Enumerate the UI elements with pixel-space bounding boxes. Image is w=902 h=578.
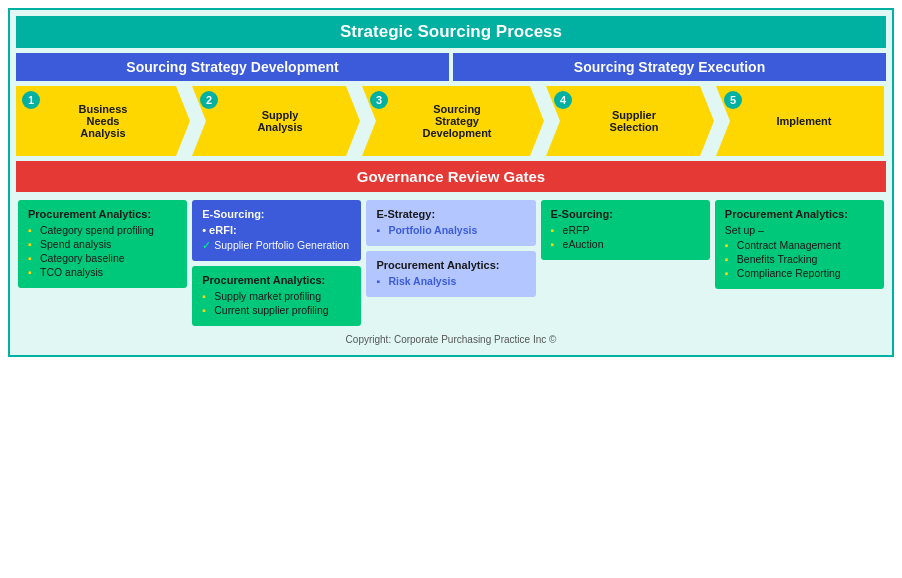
- step-3-label: SourcingStrategyDevelopment: [422, 103, 491, 139]
- step-4-label: SupplierSelection: [610, 109, 659, 133]
- card-2-bottom-title: Procurement Analytics:: [202, 274, 351, 286]
- card-3-bottom-list: Risk Analysis: [376, 275, 525, 287]
- card-5-list: Contract Management Benefits Tracking Co…: [725, 239, 874, 279]
- strategy-dev-label: Sourcing Strategy Development: [16, 53, 449, 81]
- steps-row: 1 BusinessNeedsAnalysis 2 SupplyAnalysis…: [16, 86, 886, 156]
- card-1-list: Category spend profiling Spend analysis …: [28, 224, 177, 278]
- card-5-title: Procurement Analytics:: [725, 208, 874, 220]
- list-item: Compliance Reporting: [725, 267, 874, 279]
- card-estrategy: E-Strategy: Portfolio Analysis: [366, 200, 535, 246]
- strategy-exec-label: Sourcing Strategy Execution: [453, 53, 886, 81]
- list-item: Category spend profiling: [28, 224, 177, 236]
- list-item: Current supplier profiling: [202, 304, 351, 316]
- card-3-top-title: E-Strategy:: [376, 208, 525, 220]
- col-2: E-Sourcing: • eRFI: Supplier Portfolio G…: [192, 200, 361, 326]
- step-3: 3 SourcingStrategyDevelopment: [362, 86, 544, 156]
- list-item: Contract Management: [725, 239, 874, 251]
- governance-bar: Governance Review Gates: [16, 161, 886, 192]
- card-2-list: Supplier Portfolio Generation: [202, 239, 351, 251]
- col-4: E-Sourcing: eRFP eAuction: [541, 200, 710, 260]
- list-item: Benefits Tracking: [725, 253, 874, 265]
- card-procurement-analytics-5: Procurement Analytics: Set up – Contract…: [715, 200, 884, 289]
- list-item: Risk Analysis: [376, 275, 525, 287]
- list-item: Supplier Portfolio Generation: [202, 239, 351, 251]
- card-5-subtitle: Set up –: [725, 224, 874, 236]
- step-4-number: 4: [554, 91, 572, 109]
- list-item: Portfolio Analysis: [376, 224, 525, 236]
- step-4: 4 SupplierSelection: [546, 86, 714, 156]
- outer-container: Strategic Sourcing Process Sourcing Stra…: [0, 0, 902, 365]
- step-2: 2 SupplyAnalysis: [192, 86, 360, 156]
- col-1: Procurement Analytics: Category spend pr…: [18, 200, 187, 288]
- card-procurement-analytics-3: Procurement Analytics: Risk Analysis: [366, 251, 535, 297]
- card-esourcing-erfi: E-Sourcing: • eRFI: Supplier Portfolio G…: [192, 200, 361, 261]
- card-procurement-analytics-2: Procurement Analytics: Supply market pro…: [192, 266, 361, 326]
- main-title: Strategic Sourcing Process: [16, 16, 886, 48]
- content-row: Procurement Analytics: Category spend pr…: [16, 200, 886, 326]
- strategy-row: Sourcing Strategy Development Sourcing S…: [16, 53, 886, 81]
- card-1-title: Procurement Analytics:: [28, 208, 177, 220]
- step-5: 5 Implement: [716, 86, 884, 156]
- list-item: Spend analysis: [28, 238, 177, 250]
- card-2-subtitle: • eRFI:: [202, 224, 351, 236]
- main-box: Strategic Sourcing Process Sourcing Stra…: [8, 8, 894, 357]
- list-item: eAuction: [551, 238, 700, 250]
- step-2-label: SupplyAnalysis: [257, 109, 302, 133]
- copyright: Copyright: Corporate Purchasing Practice…: [16, 334, 886, 349]
- list-item: eRFP: [551, 224, 700, 236]
- step-1-number: 1: [22, 91, 40, 109]
- step-5-label: Implement: [776, 115, 831, 127]
- card-esourcing-4: E-Sourcing: eRFP eAuction: [541, 200, 710, 260]
- card-3-top-list: Portfolio Analysis: [376, 224, 525, 236]
- step-5-number: 5: [724, 91, 742, 109]
- list-item: Category baseline: [28, 252, 177, 264]
- card-4-title: E-Sourcing:: [551, 208, 700, 220]
- card-3-bottom-title: Procurement Analytics:: [376, 259, 525, 271]
- list-item: TCO analysis: [28, 266, 177, 278]
- card-procurement-analytics-1: Procurement Analytics: Category spend pr…: [18, 200, 187, 288]
- card-4-list: eRFP eAuction: [551, 224, 700, 250]
- step-1: 1 BusinessNeedsAnalysis: [16, 86, 190, 156]
- step-1-label: BusinessNeedsAnalysis: [79, 103, 128, 139]
- list-item: Supply market profiling: [202, 290, 351, 302]
- card-2-bottom-list: Supply market profiling Current supplier…: [202, 290, 351, 316]
- step-3-number: 3: [370, 91, 388, 109]
- step-2-number: 2: [200, 91, 218, 109]
- col-3: E-Strategy: Portfolio Analysis Procureme…: [366, 200, 535, 297]
- col-5: Procurement Analytics: Set up – Contract…: [715, 200, 884, 289]
- card-2-top-title: E-Sourcing:: [202, 208, 351, 220]
